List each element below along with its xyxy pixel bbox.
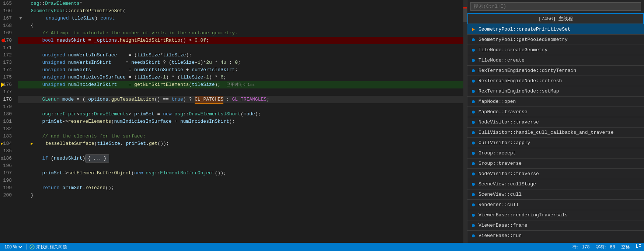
scrollbar-thumb[interactable]	[463, 7, 467, 22]
line-175: 175	[0, 74, 15, 81]
call-stack-item-14[interactable]: Group::traverse	[467, 158, 644, 169]
code-line-198	[18, 177, 463, 184]
call-stack-label-16: SceneView::cullStage	[478, 181, 536, 187]
code-line-166: GeometryPool::createPrimitiveSet(	[18, 7, 463, 15]
frame-icon-13	[470, 150, 476, 156]
code-line-186: if (needsSkirt){ ... }	[18, 155, 463, 162]
call-stack-item-1[interactable]: GeometryPool::createPrimitiveSet	[467, 24, 644, 35]
dot-icon	[472, 203, 475, 206]
dot-icon	[472, 111, 475, 114]
status-no-issues: 未找到相关问题	[29, 244, 67, 250]
folded-block[interactable]: { ... }	[85, 154, 109, 163]
dot-icon	[472, 142, 475, 144]
call-stack-item-3[interactable]: TileNode::createGeometry	[467, 45, 644, 55]
frame-icon-10	[470, 119, 476, 125]
dot-icon	[472, 121, 475, 124]
call-stack-label-18: Renderer::cull	[478, 202, 519, 208]
call-stack-item-12[interactable]: CullVisitor::apply	[467, 138, 644, 148]
line-183: 183	[0, 133, 15, 140]
dot-icon	[472, 214, 475, 217]
line-172: 172	[0, 52, 15, 59]
line-166: 166	[0, 7, 15, 15]
line-200: 200	[0, 192, 15, 199]
vertical-scrollbar[interactable]	[463, 0, 467, 243]
call-stack-label-3: TileNode::createGeometry	[478, 47, 547, 53]
call-stack-item-21[interactable]: ViewerBase::run	[467, 231, 644, 241]
arrow-icon	[472, 28, 475, 31]
frame-icon-8	[470, 99, 476, 105]
call-stack-label-9: MapNode::traverse	[478, 109, 528, 115]
call-stack-item-17[interactable]: SceneView::cull	[467, 189, 644, 200]
call-stack-item-8[interactable]: MapNode::open	[467, 97, 644, 107]
frame-icon-5	[470, 68, 476, 74]
call-stack-item-10[interactable]: NodeVisitor::traverse	[467, 117, 644, 128]
call-stack-label-14: Group::traverse	[478, 161, 522, 166]
call-stack-item-13[interactable]: Group::accept	[467, 148, 644, 158]
fold-button-167[interactable]: ▼	[19, 15, 22, 22]
line-199: 199	[0, 184, 15, 192]
dot-icon	[472, 152, 475, 155]
call-stack-item-19[interactable]: ViewerBase::renderingTraversals	[467, 210, 644, 220]
code-line-185	[18, 147, 463, 155]
call-stack-label-17: SceneView::cull	[478, 192, 522, 197]
code-line-170: bool needsSkirt = _options.heightFieldSk…	[18, 37, 463, 44]
frame-icon-9	[470, 109, 476, 115]
dot-icon	[472, 234, 475, 237]
call-stack-label-21: ViewerBase::run	[478, 233, 522, 238]
call-stack-label-6: RexTerrainEngineNode::refresh	[478, 78, 562, 84]
call-stack-item-9[interactable]: MapNode::traverse	[467, 107, 644, 117]
line-174: 174	[0, 66, 15, 74]
line-184: ▶ 184	[0, 140, 15, 147]
frame-icon-15	[470, 171, 476, 177]
line-168: 168	[0, 22, 15, 29]
line-171: 171	[0, 44, 15, 52]
code-line-169: // Attempt to calculate the number of ve…	[18, 29, 463, 37]
call-stack-header: [7456] 主线程	[467, 13, 644, 24]
call-stack-item-11[interactable]: CullVisitor::handle_cull_callbacks_and_t…	[467, 128, 644, 138]
call-stack-item-2[interactable]: GeometryPool::getPooledGeometry	[467, 35, 644, 45]
zoom-select[interactable]: 100 % 75 % 125 % 150 %	[3, 244, 23, 250]
call-stack-item-18[interactable]: Renderer::cull	[467, 200, 644, 210]
frame-icon-2	[470, 37, 476, 43]
frame-icon-19	[470, 212, 476, 218]
check-icon	[29, 244, 35, 250]
call-stack-item-4[interactable]: TileNode::create	[467, 55, 644, 66]
search-input[interactable]	[470, 2, 641, 11]
call-stack-label-12: CullVisitor::apply	[478, 140, 530, 146]
line-165: 165	[0, 0, 15, 7]
code-line-182	[18, 125, 463, 133]
code-line-178: GLenum mode = (_options.gpuTessellation(…	[18, 96, 463, 103]
call-stack-item-15[interactable]: NodeVisitor::traverse	[467, 169, 644, 179]
frame-icon-12	[470, 140, 476, 146]
line-179: 179	[0, 103, 15, 111]
call-stack-item-5[interactable]: RexTerrainEngineNode::dirtyTerrain	[467, 66, 644, 76]
frame-icon-17	[470, 192, 476, 198]
frame-icon-4	[470, 57, 476, 63]
call-stack-label-8: MapNode::open	[478, 99, 516, 104]
code-line-184: ▶ tessellateSurface(tileSize, primSet.ge…	[18, 140, 463, 147]
dot-icon	[472, 100, 475, 103]
status-right: 行: 178 字符: 68 空格 LF	[572, 244, 641, 250]
gl-patches-highlight: GL_PATCHES	[195, 96, 223, 104]
code-line-180: osg::ref_ptr<osg::DrawElements> primSet …	[18, 111, 463, 118]
call-stack-label-5: RexTerrainEngineNode::dirtyTerrain	[478, 68, 576, 73]
call-stack-label-19: ViewerBase::renderingTraversals	[478, 212, 568, 218]
frame-icon-21	[470, 233, 476, 239]
frame-icon-1	[470, 27, 476, 32]
call-stack-item-6[interactable]: RexTerrainEngineNode::refresh	[467, 76, 644, 86]
line-182: 182	[0, 125, 15, 133]
call-stack-item-20[interactable]: ViewerBase::frame	[467, 220, 644, 231]
code-line-165: osg::DrawElements*	[18, 0, 463, 7]
call-stack-item-22[interactable]: Viewer::run	[467, 241, 644, 242]
line-173: 173	[0, 59, 15, 66]
code-line-199: return primSet.release();	[18, 184, 463, 192]
call-stack-item-16[interactable]: SceneView::cullStage	[467, 179, 644, 189]
code-line-167: ▼ unsigned tileSize) const	[18, 15, 463, 22]
status-divider	[26, 244, 27, 250]
call-stack-item-7[interactable]: RexTerrainEngineNode::setMap	[467, 86, 644, 97]
code-line-173: unsigned numVertsInSkirt = needsSkirt ? …	[18, 59, 463, 66]
line-176: 176	[0, 81, 15, 88]
dot-icon	[472, 224, 475, 227]
line-177: 177	[0, 88, 15, 96]
line-196: 196	[0, 162, 15, 170]
